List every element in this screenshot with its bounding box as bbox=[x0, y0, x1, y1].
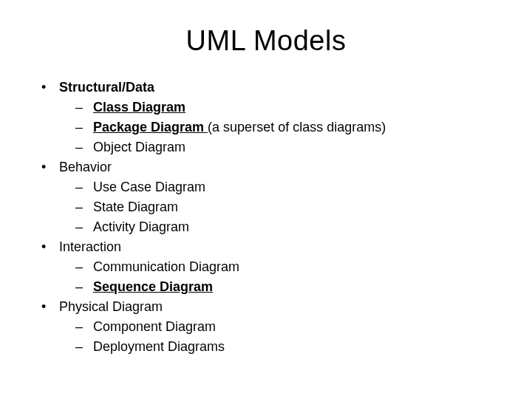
list-item: Deployment Diagrams bbox=[75, 337, 510, 357]
item-label: Component Diagram bbox=[93, 319, 216, 334]
list-item: Use Case Diagram bbox=[75, 177, 510, 197]
page-title: UML Models bbox=[22, 25, 510, 57]
item-label: Communication Diagram bbox=[93, 259, 239, 274]
list-item: Component Diagram bbox=[75, 317, 510, 337]
list-item: Activity Diagram bbox=[75, 217, 510, 237]
section-label: Behavior bbox=[59, 160, 112, 174]
list-item: State Diagram bbox=[75, 197, 510, 217]
list-item: Sequence Diagram bbox=[75, 277, 510, 297]
item-label: Sequence Diagram bbox=[93, 279, 213, 294]
section-item: InteractionCommunication DiagramSequence… bbox=[41, 237, 510, 297]
section-label: Physical Diagram bbox=[59, 299, 163, 314]
slide: UML Models Structural/DataClass DiagramP… bbox=[0, 0, 532, 399]
item-label: Object Diagram bbox=[93, 140, 185, 154]
item-label: Deployment Diagrams bbox=[93, 339, 225, 354]
section-label: Structural/Data bbox=[59, 80, 154, 95]
section-label: Interaction bbox=[59, 239, 121, 254]
sub-list: Communication DiagramSequence Diagram bbox=[59, 257, 510, 297]
item-label: Activity Diagram bbox=[93, 219, 189, 234]
sub-list: Component DiagramDeployment Diagrams bbox=[59, 317, 510, 357]
section-item: Physical DiagramComponent DiagramDeploym… bbox=[41, 297, 510, 357]
item-label: Use Case Diagram bbox=[93, 180, 205, 194]
sub-list: Class DiagramPackage Diagram (a superset… bbox=[59, 98, 510, 157]
list-item: Object Diagram bbox=[75, 137, 510, 157]
item-label: Package Diagram bbox=[93, 120, 208, 134]
item-suffix: (a superset of class diagrams) bbox=[208, 120, 386, 134]
section-item: Structural/DataClass DiagramPackage Diag… bbox=[41, 78, 510, 157]
sub-list: Use Case DiagramState DiagramActivity Di… bbox=[59, 177, 510, 237]
list-item: Communication Diagram bbox=[75, 257, 510, 277]
section-item: BehaviorUse Case DiagramState DiagramAct… bbox=[41, 157, 510, 237]
item-label: Class Diagram bbox=[93, 100, 185, 115]
outline-list: Structural/DataClass DiagramPackage Diag… bbox=[22, 78, 510, 357]
list-item: Class Diagram bbox=[75, 98, 510, 117]
list-item: Package Diagram (a superset of class dia… bbox=[75, 117, 510, 137]
item-label: State Diagram bbox=[93, 200, 178, 214]
